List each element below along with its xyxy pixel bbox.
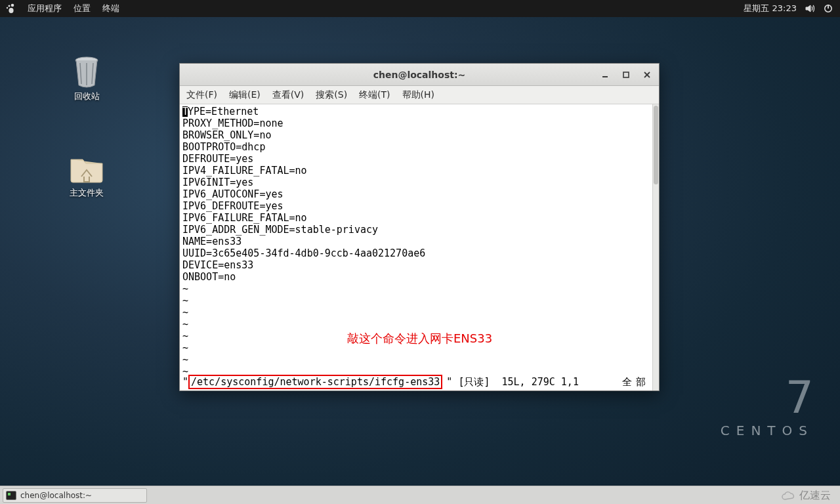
vim-status-line: "/etc/sysconfig/network-scripts/ifcfg-en… <box>182 375 650 389</box>
minimize-button[interactable] <box>596 68 614 82</box>
taskbar-item-terminal[interactable]: chen@localhost:~ <box>3 488 147 503</box>
cursor: T <box>182 106 188 117</box>
quote-r: " <box>446 376 452 388</box>
power-icon[interactable] <box>823 3 833 14</box>
line-13: DEVICE=ens33 <box>182 259 253 271</box>
line-1: PROXY_METHOD=none <box>182 117 284 129</box>
centos-7-text: 7 <box>721 375 814 420</box>
tilde: ~ <box>182 354 188 366</box>
tilde: ~ <box>182 283 188 295</box>
line-14: ONBOOT=no <box>182 271 236 283</box>
line-9: IPV6_FAILURE_FATAL=no <box>182 212 307 224</box>
top-panel: 应用程序 位置 终端 星期五 23:23 <box>0 0 840 17</box>
line-3: BOOTPROTO=dhcp <box>182 141 265 153</box>
desktop-root: 应用程序 位置 终端 星期五 23:23 回收站 <box>0 0 840 504</box>
home-desktop-icon[interactable]: 主文件夹 <box>54 148 119 199</box>
svg-point-3 <box>9 8 13 13</box>
annotation-text: 敲这个命令进入网卡ENS33 <box>347 333 492 345</box>
tilde: ~ <box>182 318 188 330</box>
maximize-button[interactable] <box>617 68 635 82</box>
terminal-body[interactable]: TYPE=Ethernet PROXY_METHOD=none BROWSER_… <box>180 104 659 390</box>
line-11: NAME=ens33 <box>182 236 242 247</box>
applications-menu[interactable]: 应用程序 <box>28 3 62 14</box>
tilde: ~ <box>182 342 188 354</box>
menu-help[interactable]: 帮助(H) <box>402 89 434 101</box>
trash-desktop-icon[interactable]: 回收站 <box>54 51 119 102</box>
terminal-scrollbar[interactable] <box>652 104 659 390</box>
terminal-window: chen@localhost:~ 文件(F) 编辑(E) 查看(V) 搜索(S)… <box>179 63 660 391</box>
terminal-icon <box>6 491 16 500</box>
folder-home-icon <box>67 148 106 187</box>
centos-branding: 7 CENTOS <box>721 375 814 438</box>
menu-edit[interactable]: 编辑(E) <box>229 89 261 101</box>
status-right: 全部 <box>622 376 650 388</box>
cloud-icon <box>781 491 797 501</box>
line-7: IPV6_AUTOCONF=yes <box>182 188 284 200</box>
titlebar[interactable]: chen@localhost:~ <box>180 64 659 86</box>
menubar: 文件(F) 编辑(E) 查看(V) 搜索(S) 终端(T) 帮助(H) <box>180 86 659 104</box>
svg-point-0 <box>11 4 14 7</box>
svg-point-1 <box>9 5 10 7</box>
menu-terminal[interactable]: 终端(T) <box>359 89 390 101</box>
window-title: chen@localhost:~ <box>180 70 659 80</box>
status-readonly: [只读] 15L, 279C 1,1 <box>452 376 579 388</box>
tilde: ~ <box>182 330 188 342</box>
line-12: UUID=3c65e405-34fd-4db0-9ccb-4aa021270ae… <box>182 247 425 259</box>
svg-point-2 <box>7 7 8 9</box>
terminal-menu[interactable]: 终端 <box>102 3 119 14</box>
clock[interactable]: 星期五 23:23 <box>744 3 797 14</box>
bottom-panel: chen@localhost:~ 亿速云 <box>0 486 840 504</box>
trash-icon <box>67 51 106 91</box>
line-10: IPV6_ADDR_GEN_MODE=stable-privacy <box>182 224 378 236</box>
line-0-rest: YPE=Ethernet <box>188 106 259 117</box>
menu-search[interactable]: 搜索(S) <box>316 89 347 101</box>
centos-word: CENTOS <box>721 423 814 438</box>
line-8: IPV6_DEFROUTE=yes <box>182 200 284 212</box>
places-menu[interactable]: 位置 <box>74 3 91 14</box>
menu-view[interactable]: 查看(V) <box>272 89 304 101</box>
tilde: ~ <box>182 306 188 318</box>
tilde: ~ <box>182 295 188 306</box>
quote-l: " <box>182 376 188 388</box>
close-button[interactable] <box>638 68 656 82</box>
trash-label: 回收站 <box>54 91 119 102</box>
home-label: 主文件夹 <box>54 187 119 199</box>
line-2: BROWSER_ONLY=no <box>182 129 271 141</box>
menu-file[interactable]: 文件(F) <box>186 89 217 101</box>
gnome-foot-icon <box>5 3 16 14</box>
volume-icon[interactable] <box>805 3 815 14</box>
line-6: IPV6INIT=yes <box>182 177 253 188</box>
line-5: IPV4_FAILURE_FATAL=no <box>182 165 307 177</box>
taskbar-label: chen@localhost:~ <box>20 491 92 500</box>
svg-rect-8 <box>623 72 629 77</box>
line-4: DEFROUTE=yes <box>182 153 253 165</box>
file-path-box: /etc/sysconfig/network-scripts/ifcfg-ens… <box>188 375 442 389</box>
scrollbar-thumb[interactable] <box>654 106 658 184</box>
watermark: 亿速云 <box>781 489 831 503</box>
watermark-text: 亿速云 <box>799 489 831 503</box>
